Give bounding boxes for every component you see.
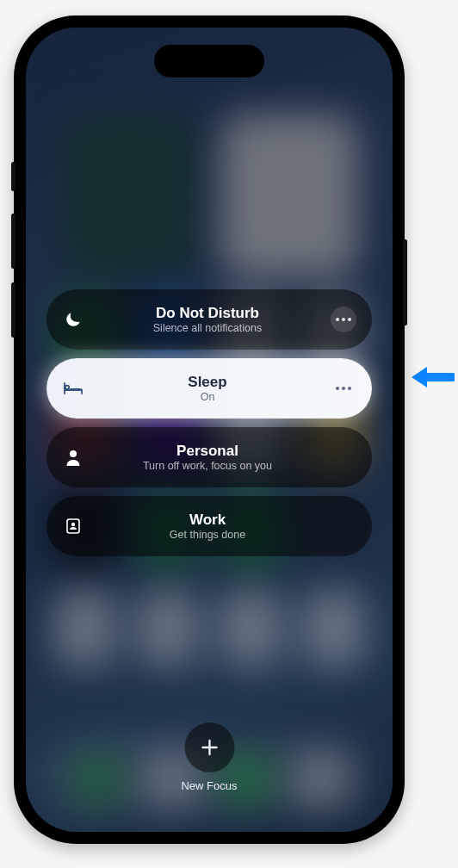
focus-subtitle: Turn off work, focus on you [84,460,331,472]
phone-side-button [403,239,407,326]
callout-arrow [410,362,455,393]
bed-icon [62,381,84,395]
focus-row-work[interactable]: Work Get things done [46,496,372,556]
new-focus-label: New Focus [181,779,237,792]
badge-icon [62,518,84,535]
phone-switch [11,162,15,191]
focus-row-dnd[interactable]: Do Not Disturb Silence all notifications [46,289,372,350]
focus-title: Personal [84,443,331,460]
more-options-button[interactable] [331,375,356,401]
plus-icon [184,722,234,772]
person-icon [62,449,84,466]
phone-volume-down [11,282,15,338]
phone-volume-up [11,214,15,269]
phone-screen: Do Not Disturb Silence all notifications… [26,28,393,832]
moon-icon [62,311,84,328]
focus-row-sleep[interactable]: Sleep On [46,358,372,418]
focus-subtitle: Silence all notifications [84,322,331,334]
focus-title: Sleep [84,374,331,391]
focus-row-personal[interactable]: Personal Turn off work, focus on you [46,427,372,487]
iphone-frame: Do Not Disturb Silence all notifications… [14,16,405,844]
focus-subtitle: Get things done [84,529,331,541]
more-options-button[interactable] [331,307,356,332]
focus-title: Do Not Disturb [84,305,331,322]
svg-point-0 [70,450,77,457]
focus-subtitle: On [84,391,331,403]
focus-title: Work [84,512,331,529]
dynamic-island [154,45,264,78]
new-focus-button[interactable]: New Focus [181,722,237,792]
focus-menu: Do Not Disturb Silence all notifications… [46,289,372,556]
svg-point-2 [71,523,75,526]
